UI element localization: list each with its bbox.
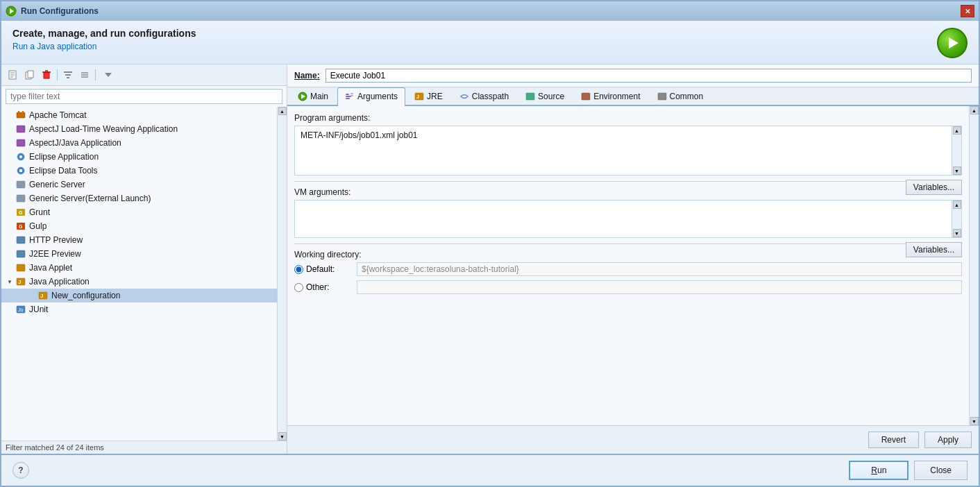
svg-text:Ju: Ju [17, 307, 24, 312]
run-icon-button[interactable] [937, 28, 968, 58]
name-label: Name: [294, 71, 320, 80]
other-radio-input[interactable] [294, 283, 303, 292]
section-divider-2 [294, 244, 906, 244]
list-item-label: Eclipse Application [29, 152, 99, 162]
header-subtitle[interactable]: Run a Java application [12, 42, 196, 51]
grunt-icon: G [15, 207, 26, 218]
scroll-up-arrow[interactable]: ▲ [278, 107, 287, 115]
list-item-label: Grunt [29, 207, 50, 217]
apply-button[interactable]: Apply [924, 432, 972, 448]
config-name-input[interactable] [326, 69, 972, 83]
default-radio-input[interactable] [294, 265, 303, 274]
svg-rect-8 [44, 72, 49, 78]
generic-server-ext-icon [15, 193, 26, 204]
vm-arguments-section: VM arguments: ▲ ▼ Variables... [294, 187, 962, 238]
close-button[interactable]: Close [914, 461, 968, 480]
delete-config-button[interactable] [39, 67, 54, 83]
svg-text:G: G [19, 224, 23, 229]
new-config-button[interactable] [6, 67, 21, 83]
list-item[interactable]: Java Applet [1, 261, 277, 275]
program-arguments-value: META-INF/jobs/job01.xml job01 [295, 126, 961, 175]
program-args-scrollbar[interactable]: ▲ ▼ [952, 126, 961, 175]
svg-rect-35 [17, 264, 25, 271]
svg-rect-46 [346, 98, 350, 99]
eclipse-data-tools-icon [15, 165, 26, 176]
vm-scroll-up[interactable]: ▲ [953, 200, 961, 209]
list-item[interactable]: G Grunt [1, 205, 277, 219]
other-dir-input[interactable] [357, 280, 962, 294]
vm-arguments-value [295, 200, 961, 232]
tree-container: Apache Tomcat AspectJ Load-Time Weaving … [1, 107, 277, 441]
jre-tab-icon: J [414, 92, 424, 101]
tree-expand-java-app[interactable]: ▼ [6, 277, 14, 286]
expand-placeholder [6, 208, 14, 216]
tab-source[interactable]: Source [518, 87, 572, 105]
list-item[interactable]: Eclipse Data Tools [1, 164, 277, 178]
tab-main[interactable]: Main [290, 87, 336, 105]
java-application-icon: J [15, 276, 26, 287]
filter-input[interactable] [6, 89, 282, 104]
list-item[interactable]: J2EE Preview [1, 247, 277, 261]
tree-scrollbar[interactable]: ▲ ▼ [277, 107, 287, 441]
list-item[interactable]: Generic Server [1, 178, 277, 191]
list-item[interactable]: AspectJ Load-Time Weaving Application [1, 122, 277, 136]
tab-arguments[interactable]: Arguments [337, 87, 405, 106]
filter-configs-button[interactable] [60, 67, 76, 83]
duplicate-config-button[interactable] [22, 67, 37, 83]
prog-scroll-down[interactable]: ▼ [953, 166, 961, 175]
expand-placeholder [6, 250, 14, 258]
list-item[interactable]: G Gulp [1, 219, 277, 233]
svg-rect-11 [64, 71, 72, 73]
scroll-down-arrow[interactable]: ▼ [278, 432, 287, 441]
aspectj-java-icon [15, 137, 26, 148]
content-scrollbar[interactable]: ▲ ▼ [969, 106, 979, 425]
default-radio-label[interactable]: Default: [294, 264, 350, 274]
program-variables-button[interactable]: Variables... [906, 180, 962, 195]
list-item[interactable]: ▼ J Java Application [1, 275, 277, 289]
run-button[interactable]: Run [849, 461, 909, 480]
program-arguments-box: META-INF/jobs/job01.xml job01 ▲ ▼ [294, 126, 962, 176]
revert-button[interactable]: Revert [868, 432, 919, 448]
vm-args-scrollbar[interactable]: ▲ ▼ [952, 200, 961, 237]
content-area: Program arguments: META-INF/jobs/job01.x… [287, 106, 969, 425]
aspectj-load-icon [15, 123, 26, 135]
list-item-label: J2EE Preview [29, 249, 81, 259]
list-item-label: Eclipse Data Tools [29, 166, 98, 176]
other-radio-label[interactable]: Other: [294, 282, 350, 292]
left-panel: Apache Tomcat AspectJ Load-Time Weaving … [1, 65, 287, 454]
list-item[interactable]: J New_configuration [1, 289, 277, 302]
list-item[interactable]: AspectJ/Java Application [1, 136, 277, 150]
close-window-button[interactable]: ✕ [961, 5, 974, 17]
eclipse-application-icon [15, 151, 26, 162]
content-scroll-down[interactable]: ▼ [970, 417, 979, 425]
window-icon [6, 6, 17, 17]
j2ee-preview-icon [15, 248, 26, 259]
expand-placeholder [6, 125, 14, 133]
tab-environment[interactable]: Environment [573, 87, 648, 105]
vm-variables-button[interactable]: Variables... [906, 242, 962, 257]
svg-rect-53 [658, 93, 666, 100]
junit-icon: Ju [15, 304, 26, 315]
tab-jre[interactable]: J JRE [407, 87, 450, 105]
collapse-all-button[interactable] [77, 67, 92, 83]
vm-scroll-down[interactable]: ▼ [953, 229, 961, 237]
list-item[interactable]: Eclipse Application [1, 150, 277, 164]
prog-scroll-up[interactable]: ▲ [953, 126, 961, 135]
help-button[interactable]: ? [12, 462, 29, 479]
list-item-label: Java Applet [29, 263, 72, 273]
list-item[interactable]: HTTP Preview [1, 233, 277, 247]
list-item[interactable]: Apache Tomcat [1, 108, 277, 122]
content-scroll-up[interactable]: ▲ [970, 106, 979, 114]
view-menu-button[interactable] [99, 67, 118, 83]
classpath-tab-label: Classpath [472, 92, 509, 101]
arguments-tab-icon [345, 92, 355, 101]
list-item[interactable]: Generic Server(External Launch) [1, 191, 277, 205]
list-item[interactable]: Ju JUnit [1, 302, 277, 316]
tab-common[interactable]: Common [650, 87, 711, 105]
svg-rect-33 [17, 237, 25, 244]
default-dir-input[interactable] [357, 262, 962, 276]
common-tab-label: Common [670, 92, 704, 101]
tab-classpath[interactable]: Classpath [452, 87, 516, 105]
arguments-tab-label: Arguments [357, 92, 398, 101]
expand-placeholder [6, 305, 14, 314]
